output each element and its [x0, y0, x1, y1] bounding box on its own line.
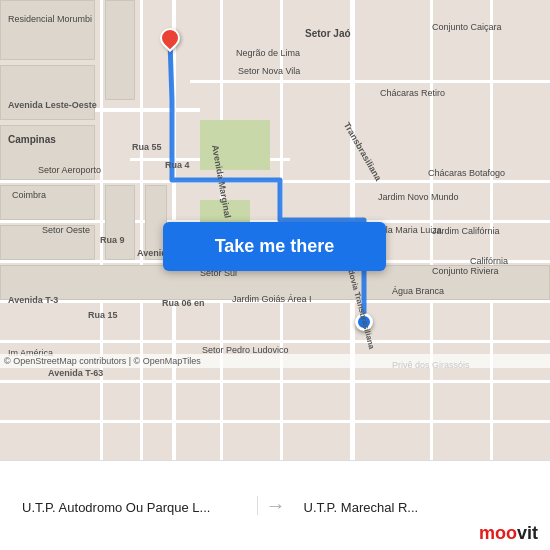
block-3 [0, 185, 95, 220]
destination-marker [160, 28, 184, 52]
block-6 [105, 0, 135, 100]
footer: U.T.P. Autodromo Ou Parque L... → U.T.P.… [0, 460, 550, 550]
block-2 [0, 125, 95, 180]
street-v5 [490, 0, 493, 460]
street-h7 [0, 380, 550, 383]
block-residencial [0, 0, 95, 60]
street-v1 [100, 0, 103, 460]
block-5 [105, 185, 135, 260]
street-v4 [430, 0, 433, 460]
street-h6 [0, 340, 550, 343]
street-v2 [140, 0, 143, 460]
take-me-there-button[interactable]: Take me there [163, 222, 386, 271]
street-h5 [0, 300, 550, 303]
origin-marker [355, 313, 373, 331]
footer-to: U.T.P. Marechal R... [294, 496, 539, 515]
street-h8 [0, 420, 550, 423]
park-1 [200, 120, 270, 170]
block-1 [0, 65, 95, 120]
footer-from: U.T.P. Autodromo Ou Parque L... [12, 496, 258, 515]
footer-to-value: U.T.P. Marechal R... [304, 500, 529, 515]
footer-arrow: → [258, 494, 294, 517]
street-h1 [190, 80, 550, 83]
block-4 [0, 225, 95, 260]
moovit-logo: moovit [479, 523, 538, 544]
street-h2 [0, 180, 550, 183]
map-container: Residencial Morumbi Avenida Leste-Oeste … [0, 0, 550, 460]
footer-from-value: U.T.P. Autodromo Ou Parque L... [22, 500, 247, 515]
